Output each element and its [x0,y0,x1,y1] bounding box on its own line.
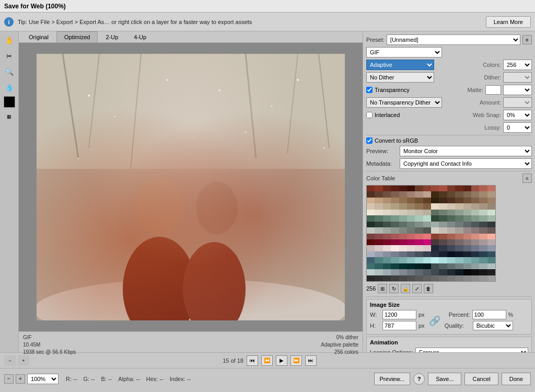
color-cell[interactable] [367,210,375,215]
color-table-menu-btn[interactable]: ≡ [522,174,532,183]
color-cell[interactable] [431,186,439,191]
color-cell[interactable] [375,198,382,203]
color-cell[interactable] [423,203,431,209]
color-cell[interactable] [447,257,455,263]
preview-button[interactable]: Preview... [374,373,411,385]
color-cell[interactable] [407,263,415,269]
color-cell[interactable] [431,263,439,269]
color-black[interactable] [4,96,15,108]
color-cell[interactable] [471,269,479,275]
color-cell[interactable] [479,222,487,227]
color-cell[interactable] [431,210,439,215]
color-cell[interactable] [471,215,479,221]
nav-prev-btn[interactable]: ⏪ [261,355,273,366]
color-cell[interactable] [407,186,415,191]
color-cell[interactable] [391,203,399,209]
color-cell[interactable] [447,239,455,245]
preset-menu-btn[interactable]: ≡ [522,35,532,44]
color-cell[interactable] [383,275,391,281]
color-cell[interactable] [415,239,423,245]
color-cell[interactable] [375,222,382,227]
color-cell[interactable] [423,251,431,257]
color-cell[interactable] [479,269,487,275]
color-cell[interactable] [487,222,495,227]
color-cell[interactable] [391,198,399,203]
color-cell[interactable] [391,263,399,269]
color-cell[interactable] [383,234,391,239]
color-cell[interactable] [367,215,375,221]
height-input[interactable] [382,321,416,330]
color-cell[interactable] [471,191,479,197]
color-cell[interactable] [391,275,399,281]
color-cell[interactable] [455,257,463,263]
color-cell[interactable] [487,234,495,239]
color-cell[interactable] [399,251,407,257]
color-cell[interactable] [423,186,431,191]
color-cell[interactable] [487,251,495,257]
color-cell[interactable] [471,251,479,257]
palette-select[interactable]: Adaptive [366,60,434,70]
color-cell[interactable] [367,186,375,191]
color-cell[interactable] [439,186,447,191]
color-cell[interactable] [455,275,463,281]
color-cell[interactable] [439,227,447,233]
color-cell[interactable] [375,234,382,239]
color-cell[interactable] [479,191,487,197]
color-cell[interactable] [455,210,463,215]
zoom-select[interactable]: 100% [27,374,59,384]
color-cell[interactable] [479,245,487,251]
color-cell[interactable] [455,234,463,239]
color-cell[interactable] [375,245,382,251]
tab-2up[interactable]: 2-Up [98,31,126,42]
color-cell[interactable] [407,245,415,251]
color-cell[interactable] [487,210,495,215]
color-cell[interactable] [487,275,495,281]
color-cell[interactable] [415,210,423,215]
color-cell[interactable] [463,198,471,203]
color-cell[interactable] [375,263,382,269]
color-cell[interactable] [367,191,375,197]
color-cell[interactable] [431,222,439,227]
color-cell[interactable] [407,234,415,239]
color-cell[interactable] [455,203,463,209]
color-cell[interactable] [463,263,471,269]
color-cell[interactable] [455,222,463,227]
color-cell[interactable] [415,198,423,203]
color-cell[interactable] [415,275,423,281]
color-cell[interactable] [479,234,487,239]
color-cell[interactable] [439,210,447,215]
convert-srgb-checkbox[interactable] [366,137,373,144]
color-cell[interactable] [455,186,463,191]
color-cell[interactable] [423,269,431,275]
color-cell[interactable] [479,251,487,257]
color-cell[interactable] [407,275,415,281]
dither-value-select[interactable] [503,72,532,83]
color-cell[interactable] [463,203,471,209]
trans-dither-select[interactable]: No Transparency Dither [366,97,442,108]
color-cell[interactable] [447,191,455,197]
percent-input[interactable] [472,310,506,319]
color-cell[interactable] [479,239,487,245]
help-button[interactable]: ? [413,373,425,385]
color-cell[interactable] [479,215,487,221]
ct-map-btn[interactable]: ⊞ [378,284,387,293]
color-cell[interactable] [407,222,415,227]
color-cell[interactable] [375,210,382,215]
color-cell[interactable] [423,275,431,281]
color-cell[interactable] [463,269,471,275]
color-cell[interactable] [463,227,471,233]
color-cell[interactable] [471,234,479,239]
width-input[interactable] [382,310,416,319]
color-cell[interactable] [423,215,431,221]
color-cell[interactable] [471,245,479,251]
color-cell[interactable] [471,275,479,281]
preview-select[interactable]: Monitor Color [400,146,532,156]
color-cell[interactable] [367,251,375,257]
color-cell[interactable] [487,245,495,251]
eyedropper-tool[interactable]: 💧 [3,80,16,94]
color-cell[interactable] [439,234,447,239]
color-cell[interactable] [375,203,382,209]
color-cell[interactable] [471,198,479,203]
color-cell[interactable] [383,239,391,245]
color-cell[interactable] [375,269,382,275]
